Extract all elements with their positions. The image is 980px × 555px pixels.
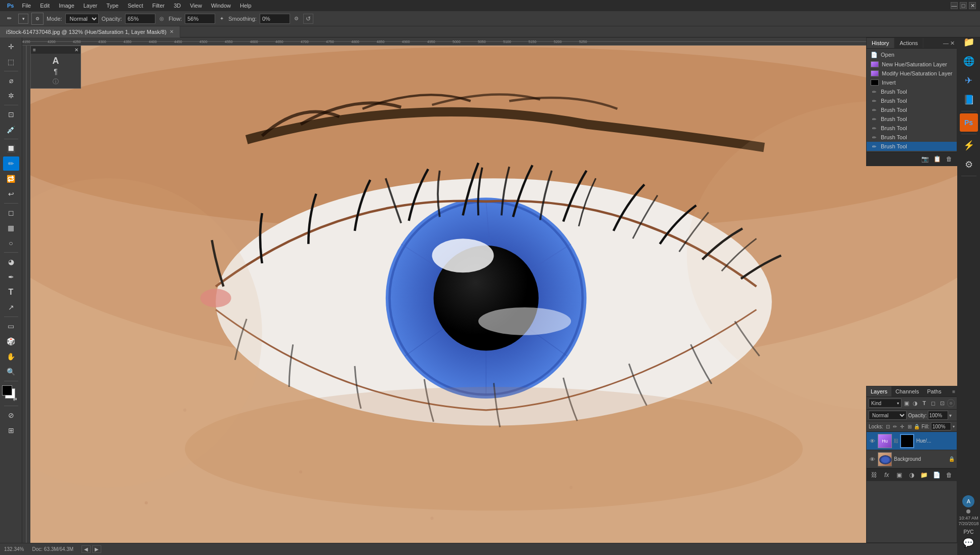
history-item-hue1[interactable]: New Hue/Saturation Layer bbox=[867, 60, 957, 69]
flow-input[interactable] bbox=[185, 14, 215, 24]
color-selector[interactable]: ⇄ bbox=[2, 385, 20, 404]
menu-view[interactable]: View bbox=[186, 2, 206, 10]
history-panel-collapse[interactable]: — bbox=[943, 40, 949, 46]
layer-visibility-eye-1[interactable]: 👁 bbox=[869, 438, 876, 445]
language-indicator[interactable]: РУС bbox=[963, 529, 973, 535]
lock-artboard-btn[interactable]: ⊞ bbox=[907, 423, 912, 430]
menu-help[interactable]: Help bbox=[236, 2, 256, 10]
history-item-brush1[interactable]: ✏ Brush Tool bbox=[867, 87, 957, 96]
app-icon-chrome[interactable]: 🌐 bbox=[960, 52, 978, 70]
app-icon-photoshop[interactable]: Ps bbox=[960, 113, 978, 132]
screen-mode-btn[interactable]: ⊞ bbox=[3, 423, 19, 438]
tab-paths[interactable]: Paths bbox=[923, 386, 946, 397]
history-item-brush6[interactable]: ✏ Brush Tool bbox=[867, 133, 957, 142]
pen-tool[interactable]: ✒ bbox=[3, 270, 19, 284]
layer-filter-pixel-btn[interactable]: ▣ bbox=[903, 399, 911, 407]
lock-transparent-btn[interactable]: ⊡ bbox=[885, 423, 890, 430]
tab-close-btn[interactable]: ✕ bbox=[170, 29, 174, 34]
foreground-color[interactable] bbox=[2, 385, 12, 395]
tab-actions[interactable]: Actions bbox=[894, 38, 923, 48]
layer-fx-btn[interactable]: fx bbox=[882, 470, 891, 480]
menu-type[interactable]: Type bbox=[102, 2, 123, 10]
next-page-btn[interactable]: ▶ bbox=[92, 545, 101, 553]
maximize-btn[interactable]: □ bbox=[960, 2, 967, 9]
layer-filter-shape-btn[interactable]: ◻ bbox=[929, 399, 937, 407]
smoothing-settings-btn[interactable]: ⚙ bbox=[293, 15, 300, 22]
chat-icon[interactable]: 💬 bbox=[959, 537, 977, 549]
prev-page-btn[interactable]: ◀ bbox=[81, 545, 91, 553]
ps-logo[interactable]: Ps bbox=[4, 2, 17, 10]
eraser-tool[interactable]: ◻ bbox=[3, 206, 19, 220]
history-brush-tool[interactable]: ↩ bbox=[3, 187, 19, 201]
brush-preset-picker[interactable]: ▾ bbox=[18, 14, 28, 24]
layer-item-background[interactable]: 👁 Background 🔒 bbox=[867, 450, 957, 468]
blur-tool[interactable]: ○ bbox=[3, 236, 19, 250]
document-tab[interactable]: iStock-614737048.jpg @ 132% (Hue/Saturat… bbox=[0, 26, 180, 37]
minimize-btn[interactable]: — bbox=[951, 2, 958, 9]
clone-tool[interactable]: 🔁 bbox=[3, 172, 19, 186]
lasso-tool[interactable]: ⌀ bbox=[3, 73, 19, 88]
lock-position-btn[interactable]: ✛ bbox=[900, 423, 905, 430]
layer-link-btn[interactable]: ⛓ bbox=[870, 470, 879, 480]
app-icon-lightning[interactable]: ⚡ bbox=[960, 136, 978, 154]
move-tool[interactable]: ✛ bbox=[3, 39, 19, 54]
zoom-tool[interactable]: 🔍 bbox=[3, 365, 19, 379]
healing-tool[interactable]: 🔲 bbox=[3, 141, 19, 155]
history-snapshot-btn[interactable]: 📷 bbox=[920, 154, 929, 164]
layers-blending-mode[interactable]: Normal bbox=[869, 411, 907, 420]
brush-settings-btn[interactable]: ⚙ bbox=[31, 13, 44, 25]
fill-dropdown[interactable]: ▾ bbox=[953, 424, 955, 429]
layer-group-btn[interactable]: 📁 bbox=[920, 470, 929, 480]
history-item-brush5[interactable]: ✏ Brush Tool bbox=[867, 124, 957, 133]
opacity-pressure-btn[interactable]: ◎ bbox=[158, 15, 166, 22]
history-item-hue2[interactable]: Modify Hue/Saturation Layer bbox=[867, 69, 957, 78]
lock-all-btn[interactable]: 🔒 bbox=[914, 423, 920, 430]
magic-wand-tool[interactable]: ✲ bbox=[3, 89, 19, 103]
layer-delete-btn[interactable]: 🗑 bbox=[945, 470, 954, 480]
layer-adjust-btn[interactable]: ◑ bbox=[907, 470, 916, 480]
shape-tool[interactable]: ▭ bbox=[3, 319, 19, 333]
eyedropper-tool[interactable]: 💉 bbox=[3, 123, 19, 137]
history-new-doc-btn[interactable]: 📋 bbox=[932, 154, 942, 164]
chars-panel-close[interactable]: ✕ bbox=[74, 47, 78, 53]
layer-mask-btn[interactable]: ▣ bbox=[894, 470, 904, 480]
history-item-brush7[interactable]: ✏ Brush Tool bbox=[867, 142, 957, 151]
notification-dot[interactable] bbox=[966, 509, 970, 513]
tab-layers[interactable]: Layers bbox=[867, 386, 891, 397]
type-tool[interactable]: T bbox=[3, 285, 19, 299]
app-icon-settings[interactable]: ⚙ bbox=[960, 155, 978, 174]
mode-select[interactable]: Normal bbox=[65, 14, 99, 24]
menu-layer[interactable]: Layer bbox=[79, 2, 102, 10]
opacity-dropdown[interactable]: ▾ bbox=[949, 413, 952, 418]
brush-angle-btn[interactable]: ↺ bbox=[303, 14, 313, 24]
canvas-area[interactable] bbox=[30, 46, 957, 543]
gradient-tool[interactable]: ▦ bbox=[3, 221, 19, 235]
menu-edit[interactable]: Edit bbox=[36, 2, 54, 10]
crop-tool[interactable]: ⊡ bbox=[3, 107, 19, 122]
brush-tool[interactable]: ✏ bbox=[3, 156, 19, 171]
layer-filter-toggle[interactable]: ○ bbox=[947, 399, 955, 407]
opacity-input[interactable] bbox=[125, 14, 155, 24]
marquee-tool[interactable]: ⬚ bbox=[3, 55, 19, 69]
history-item-invert[interactable]: Invert bbox=[867, 78, 957, 87]
path-tool[interactable]: ↗ bbox=[3, 300, 19, 314]
dodge-tool[interactable]: ◕ bbox=[3, 255, 19, 269]
user-avatar[interactable]: A bbox=[962, 495, 974, 507]
menu-select[interactable]: Select bbox=[124, 2, 147, 10]
layer-filter-smart-btn[interactable]: ⊡ bbox=[938, 399, 946, 407]
layer-new-btn[interactable]: 📄 bbox=[932, 470, 941, 480]
menu-filter[interactable]: Filter bbox=[148, 2, 169, 10]
tab-channels[interactable]: Channels bbox=[891, 386, 923, 397]
lock-paint-btn[interactable]: ✏ bbox=[892, 423, 897, 430]
close-btn[interactable]: ✕ bbox=[969, 2, 976, 9]
layers-kind-select[interactable]: Kind ▾ bbox=[869, 399, 902, 408]
fill-input[interactable] bbox=[931, 422, 951, 430]
airbrush-btn[interactable]: ✦ bbox=[218, 15, 225, 22]
history-delete-btn[interactable]: 🗑 bbox=[945, 154, 954, 164]
3d-tool[interactable]: 🎲 bbox=[3, 334, 19, 348]
history-item-brush4[interactable]: ✏ Brush Tool bbox=[867, 114, 957, 124]
history-item-brush3[interactable]: ✏ Brush Tool bbox=[867, 105, 957, 114]
opacity-value-input[interactable] bbox=[928, 411, 948, 420]
layer-visibility-eye-2[interactable]: 👁 bbox=[869, 456, 876, 463]
app-icon-docs[interactable]: 📘 bbox=[960, 91, 978, 109]
